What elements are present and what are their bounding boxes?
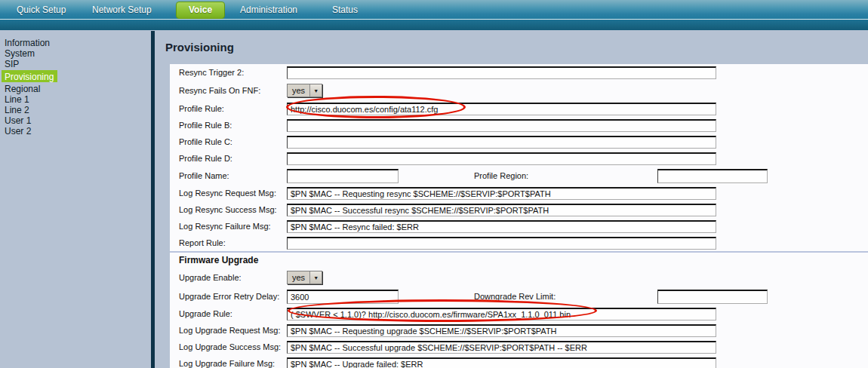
input-profile-region[interactable] <box>657 169 768 183</box>
dropdown-arrow-icon[interactable]: ▼ <box>309 271 322 284</box>
sidebar-item-regional[interactable]: Regional <box>5 84 40 94</box>
form-row: Log Resync Success Msg: <box>170 201 868 218</box>
field-label: Log Upgrade Request Msg: <box>170 326 287 335</box>
field-label: Profile Region: <box>474 171 657 180</box>
input-profile-rule[interactable] <box>287 103 716 115</box>
sidebar-item-system[interactable]: System <box>5 48 35 59</box>
sidebar-item-user-1[interactable]: User 1 <box>5 115 31 126</box>
input-profile-name[interactable] <box>287 169 399 183</box>
field-label: Log Resync Request Msg: <box>170 189 287 198</box>
input-upgrade-error-retry-delay[interactable] <box>287 290 399 304</box>
form-row: Profile Rule D: <box>170 150 868 167</box>
input-profile-rule-d[interactable] <box>287 152 716 165</box>
nav-gradient-band <box>0 20 868 30</box>
nav-tab-voice[interactable]: Voice <box>176 2 225 19</box>
sidebar-item-user-2[interactable]: User 2 <box>5 126 31 136</box>
input-downgrade-rev-limit[interactable] <box>657 290 768 304</box>
input-log-resync-success-msg[interactable] <box>287 204 716 216</box>
field-label: Log Upgrade Success Msg: <box>170 342 287 351</box>
dropdown-selected-value: yes <box>288 84 309 97</box>
field-label: Profile Rule B: <box>170 121 287 130</box>
form-row: Upgrade Rule: <box>170 305 868 322</box>
app-window: Quick SetupNetwork SetupVoiceAdministrat… <box>0 0 868 368</box>
field-label: Log Resync Failure Msg: <box>170 222 287 231</box>
section-divider <box>170 251 868 253</box>
select-upgrade-enable[interactable]: yes ▼ <box>287 271 322 284</box>
input-log-upgrade-failure-msg[interactable] <box>287 357 716 368</box>
sidebar-item-line-1[interactable]: Line 1 <box>5 94 29 105</box>
page-title: Provisioning <box>165 41 234 54</box>
field-label: Upgrade Error Retry Delay: <box>170 292 287 301</box>
field-label: Report Rule: <box>170 238 287 247</box>
nav-tabs: Quick SetupNetwork SetupVoiceAdministrat… <box>0 0 868 20</box>
dropdown-selected-value: yes <box>288 271 309 284</box>
section-header: Firmware Upgrade <box>170 254 868 266</box>
input-log-upgrade-success-msg[interactable] <box>287 341 716 354</box>
field-label: Downgrade Rev Limit: <box>474 292 657 301</box>
input-upgrade-rule[interactable] <box>287 308 716 320</box>
field-label: Profile Rule C: <box>170 137 287 146</box>
field-label: Profile Name: <box>170 171 287 180</box>
input-log-resync-failure-msg[interactable] <box>287 220 716 233</box>
form-row: Log Upgrade Failure Msg: <box>170 355 868 368</box>
sidebar-menu: InformationSystemSIPProvisioningRegional… <box>0 31 151 136</box>
select-resync-fails-on-fnf[interactable]: yes ▼ <box>287 84 322 97</box>
field-label: Profile Rule D: <box>170 154 287 163</box>
dropdown-arrow-icon[interactable]: ▼ <box>309 84 322 97</box>
sidebar-item-information[interactable]: Information <box>5 38 50 48</box>
form-row: Profile Rule: <box>170 100 868 117</box>
form-row: Log Resync Request Msg: <box>170 185 868 201</box>
nav-tab-network-setup[interactable]: Network Setup <box>92 5 152 15</box>
input-resync-trigger-2[interactable] <box>287 66 716 79</box>
form-row: Upgrade Enable: yes ▼ <box>170 268 868 287</box>
field-label: Resync Fails On FNF: <box>170 86 287 95</box>
top-navbar: Quick SetupNetwork SetupVoiceAdministrat… <box>0 0 868 31</box>
input-log-resync-request-msg[interactable] <box>287 187 716 200</box>
field-label: Upgrade Rule: <box>170 309 287 318</box>
form-row: Log Upgrade Success Msg: <box>170 339 868 355</box>
field-label: Log Upgrade Failure Msg: <box>170 359 287 368</box>
form-row: Log Upgrade Request Msg: <box>170 322 868 339</box>
field-label: Resync Trigger 2: <box>170 68 287 77</box>
form-row: Profile Rule C: <box>170 133 868 150</box>
sidebar-item-line-2[interactable]: Line 2 <box>5 105 29 115</box>
main-content: Provisioning Resync Trigger 2: Resync Fa… <box>155 31 868 368</box>
input-profile-rule-c[interactable] <box>287 136 716 149</box>
field-label: Profile Rule: <box>170 104 287 113</box>
form-row: Resync Fails On FNF: yes ▼ <box>170 81 868 100</box>
field-label: Log Resync Success Msg: <box>170 205 287 214</box>
sidebar-item-provisioning[interactable]: Provisioning <box>2 70 57 82</box>
form-row: Log Resync Failure Msg: <box>170 218 868 235</box>
input-report-rule[interactable] <box>287 237 716 250</box>
form-row: Resync Trigger 2: <box>170 64 868 81</box>
form-row: Profile Name: Profile Region: <box>170 167 868 185</box>
input-profile-rule-b[interactable] <box>287 119 716 132</box>
nav-tab-quick-setup[interactable]: Quick Setup <box>17 5 66 15</box>
form-panel: Resync Trigger 2: Resync Fails On FNF: y… <box>170 64 868 368</box>
form-row: Upgrade Error Retry Delay: Downgrade Rev… <box>170 287 868 305</box>
input-log-upgrade-request-msg[interactable] <box>287 324 716 337</box>
nav-tab-status[interactable]: Status <box>332 5 358 15</box>
sidebar-item-sip[interactable]: SIP <box>5 59 19 69</box>
field-label: Upgrade Enable: <box>170 273 287 282</box>
nav-tab-administration[interactable]: Administration <box>240 5 297 15</box>
sidebar: InformationSystemSIPProvisioningRegional… <box>0 31 151 368</box>
form-row: Profile Rule B: <box>170 117 868 133</box>
form-row: Report Rule: <box>170 235 868 251</box>
